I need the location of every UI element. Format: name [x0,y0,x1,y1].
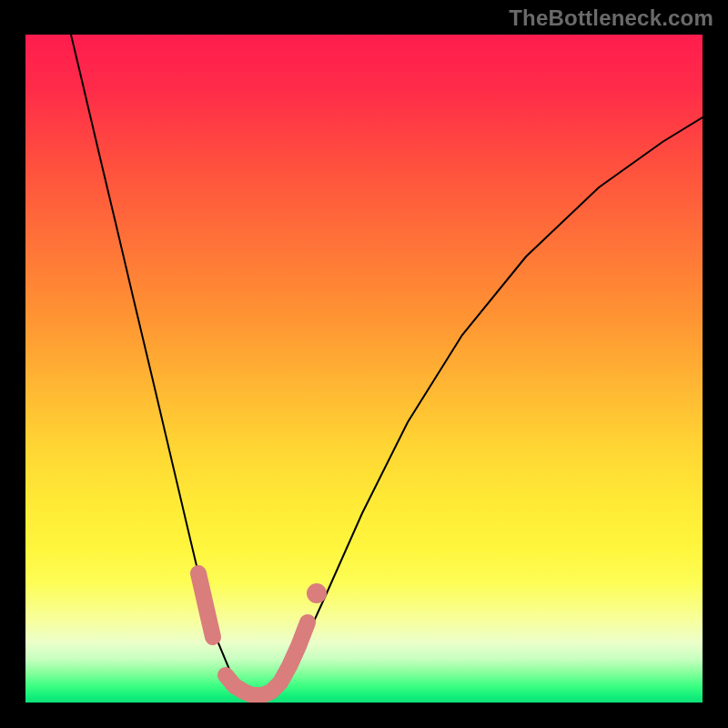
marker-strip-left [198,573,213,637]
chart-frame: TheBottleneck.com [0,0,728,728]
marker-dot-isolated [307,583,327,603]
curve-path [71,35,703,697]
plot-area [25,35,703,703]
bottleneck-curve [25,35,703,703]
marker-strip-bottom [226,622,308,695]
watermark-text: TheBottleneck.com [509,5,713,31]
